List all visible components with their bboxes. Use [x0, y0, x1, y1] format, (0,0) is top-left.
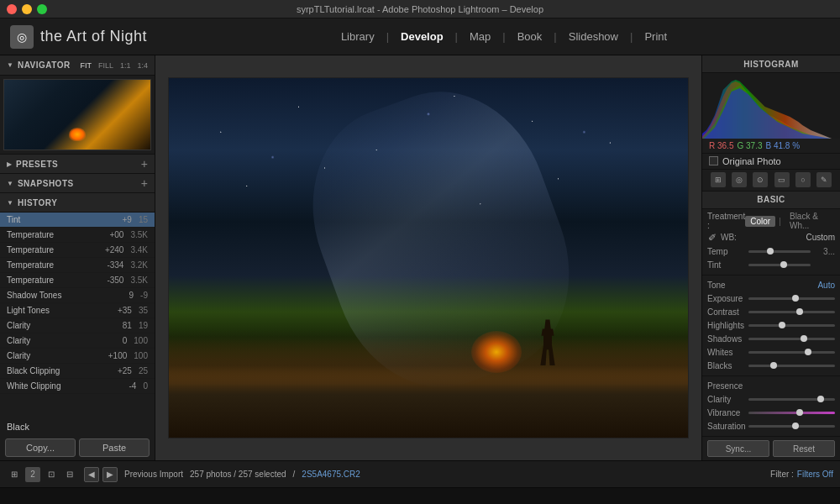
- contrast-label: Contrast: [707, 307, 745, 317]
- history-item[interactable]: White Clipping-40: [0, 379, 155, 394]
- reset-button[interactable]: Reset: [773, 440, 835, 457]
- prev-arrow[interactable]: ◀: [84, 467, 99, 482]
- rgb-g: G 37.3: [737, 141, 762, 150]
- color-treatment-btn[interactable]: Color: [745, 216, 775, 227]
- presets-add-icon[interactable]: +: [141, 157, 148, 171]
- next-arrow[interactable]: ▶: [102, 467, 118, 482]
- history-triangle: ▼: [7, 199, 13, 207]
- clarity-thumb[interactable]: [817, 396, 824, 402]
- history-item[interactable]: Temperature-3503.5K: [0, 273, 155, 288]
- shadows-slider[interactable]: [748, 338, 835, 340]
- filter-area: Filter : Filters Off: [770, 470, 833, 479]
- history-item[interactable]: Temperature+003.5K: [0, 228, 155, 243]
- sync-reset-area: Sync... Reset: [702, 437, 840, 460]
- presets-title: Presets: [16, 160, 58, 169]
- snapshots-header[interactable]: ▼ Snapshots +: [0, 174, 155, 192]
- nav-size-fit[interactable]: FIT: [80, 61, 92, 70]
- blacks-thumb[interactable]: [770, 362, 777, 369]
- shadows-label: Shadows: [707, 334, 745, 344]
- highlights-slider[interactable]: [748, 324, 835, 327]
- original-photo-checkbox[interactable]: [709, 156, 718, 165]
- basic-panel-header: Basic: [702, 192, 840, 209]
- temp-row: Temp 3...: [702, 244, 840, 258]
- redeye-icon[interactable]: ⊙: [753, 172, 768, 187]
- navigator-header[interactable]: ▼ Navigator FIT FILL 1:1 1:4: [0, 55, 155, 76]
- maximize-button[interactable]: [37, 4, 47, 14]
- history-item[interactable]: Clarity0100: [0, 333, 155, 349]
- temp-thumb[interactable]: [767, 248, 774, 255]
- nav-size-fill[interactable]: FILL: [98, 61, 113, 70]
- temp-slider[interactable]: [748, 250, 811, 253]
- nav-print[interactable]: Print: [636, 27, 675, 46]
- history-item[interactable]: Tint+915: [0, 213, 155, 228]
- minimize-button[interactable]: [22, 4, 32, 14]
- photo-name[interactable]: 2S5A4675.CR2: [302, 470, 360, 479]
- vibrance-slider[interactable]: [748, 412, 835, 414]
- tint-slider[interactable]: [748, 264, 811, 266]
- filter-label: Filter :: [770, 470, 794, 479]
- blacks-slider[interactable]: [748, 365, 835, 367]
- copy-paste-area: Copy... Paste: [0, 435, 155, 460]
- sync-button[interactable]: Sync...: [707, 440, 769, 457]
- vibrance-thumb[interactable]: [796, 409, 803, 416]
- contrast-slider[interactable]: [748, 311, 835, 313]
- history-item[interactable]: Temperature-3343.2K: [0, 258, 155, 273]
- whites-thumb[interactable]: [805, 349, 811, 355]
- highlights-thumb[interactable]: [779, 322, 785, 328]
- saturation-label: Saturation: [707, 422, 745, 431]
- wb-label: WB:: [721, 233, 737, 242]
- saturation-thumb[interactable]: [792, 423, 799, 429]
- snapshots-add-icon[interactable]: +: [141, 176, 148, 190]
- history-item[interactable]: Light Tones+3535: [0, 303, 155, 318]
- shadows-thumb[interactable]: [801, 335, 807, 342]
- saturation-slider[interactable]: [748, 425, 835, 428]
- history-item[interactable]: Temperature+2403.4K: [0, 243, 155, 258]
- navigator-preview: [0, 76, 155, 155]
- original-photo-row: Original Photo: [702, 154, 840, 170]
- nav-size-1-4[interactable]: 1:4: [137, 61, 148, 70]
- tint-label: Tint: [707, 260, 745, 270]
- history-item[interactable]: Clarity+100100: [0, 349, 155, 364]
- nav-slideshow[interactable]: Slideshow: [560, 27, 627, 46]
- bottom-bar: ⊞ 2 ⊡ ⊟ ◀ ▶ Previous Import 257 photos /…: [0, 460, 840, 487]
- nav-size-1-1[interactable]: 1:1: [120, 61, 131, 70]
- filters-off-label[interactable]: Filters Off: [797, 470, 833, 479]
- nav-library[interactable]: Library: [333, 27, 383, 46]
- left-panel: ▼ Navigator FIT FILL 1:1 1:4 ▶ Presets +: [0, 55, 155, 460]
- exposure-thumb[interactable]: [792, 295, 799, 302]
- eyedropper-icon[interactable]: ✐: [707, 232, 717, 242]
- radial-icon[interactable]: ○: [795, 172, 811, 187]
- history-section: ▼ History: [0, 193, 155, 213]
- loupe-view-icon[interactable]: 2: [25, 467, 40, 482]
- nav-book[interactable]: Book: [509, 27, 551, 46]
- grid-view-icon[interactable]: ⊞: [7, 467, 22, 482]
- brush-icon[interactable]: ✎: [816, 172, 832, 187]
- spot-heal-icon[interactable]: ◎: [732, 172, 747, 187]
- exposure-slider[interactable]: [748, 297, 835, 300]
- nav-map[interactable]: Map: [461, 27, 499, 46]
- paste-button[interactable]: Paste: [79, 438, 150, 457]
- auto-label[interactable]: Auto: [817, 281, 835, 290]
- nav-develop[interactable]: Develop: [392, 27, 452, 46]
- bw-treatment-btn[interactable]: Black & Wh...: [785, 211, 835, 231]
- tint-thumb[interactable]: [780, 261, 787, 268]
- close-button[interactable]: [7, 4, 17, 14]
- prev-import-label[interactable]: Previous Import: [124, 470, 183, 479]
- history-item[interactable]: Shadow Tones9-9: [0, 288, 155, 303]
- copy-button[interactable]: Copy...: [5, 438, 76, 457]
- whites-slider[interactable]: [748, 351, 835, 354]
- survey-icon[interactable]: ⊟: [62, 467, 77, 482]
- history-item[interactable]: Clarity8119: [0, 318, 155, 333]
- clarity-slider[interactable]: [748, 398, 835, 401]
- history-item[interactable]: Black Clipping+2525: [0, 364, 155, 379]
- contrast-thumb[interactable]: [796, 308, 803, 315]
- history-header[interactable]: ▼ History: [0, 193, 155, 212]
- crop-icon[interactable]: ⊞: [711, 172, 726, 187]
- compare-icon[interactable]: ⊡: [44, 467, 59, 482]
- grad-filter-icon[interactable]: ▭: [774, 172, 790, 187]
- presets-header[interactable]: ▶ Presets +: [0, 155, 155, 173]
- history-list: Tint+915Temperature+003.5KTemperature+24…: [0, 213, 155, 418]
- main-area: ▼ Navigator FIT FILL 1:1 1:4 ▶ Presets +: [0, 55, 840, 460]
- navigator-triangle: ▼: [7, 61, 13, 69]
- vibrance-row: Vibrance: [702, 406, 840, 419]
